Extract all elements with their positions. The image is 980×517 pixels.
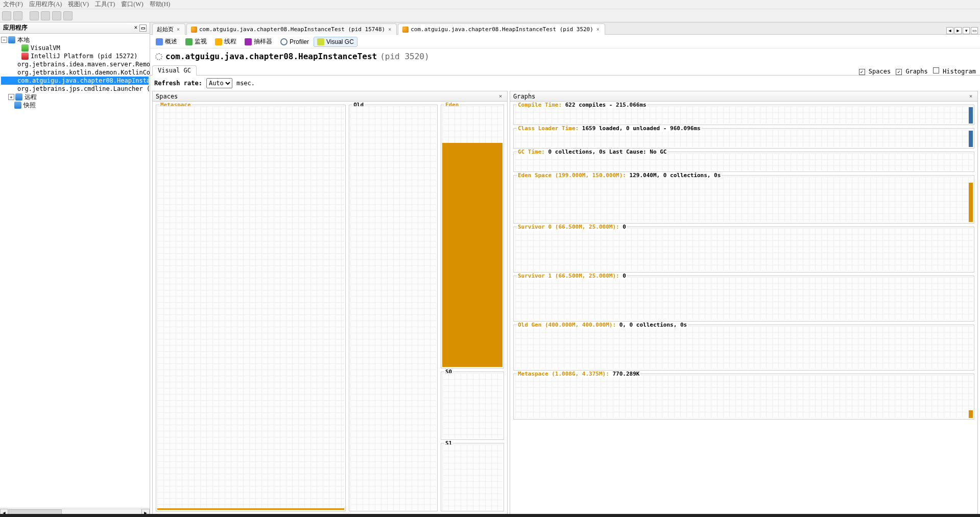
graphs-panel: Graphs × Compile Time: 622 compiles - 21…: [510, 91, 978, 515]
tree-item[interactable]: IntelliJ Platform (pid 15272): [1, 52, 149, 60]
tree-node-remote[interactable]: + 远程: [1, 93, 149, 101]
tree-label: 本地: [17, 36, 30, 44]
refresh-select[interactable]: Auto: [206, 78, 232, 88]
tree-item-label: IntelliJ Platform (pid 15272): [31, 53, 138, 60]
tab-content: 概述监视线程抽样器ProfilerVisual GC com.atguigu.j…: [150, 35, 980, 517]
spaces-header: Spaces: [156, 93, 178, 100]
tree-item[interactable]: VisualVM: [1, 44, 149, 52]
menu-window[interactable]: 窗口(W): [121, 0, 143, 9]
process-name: com.atguigu.java.chapter08.HeapInstanceT…: [165, 52, 377, 61]
view-btn-label: Visual GC: [326, 38, 354, 45]
main-toolbar: [0, 9, 980, 22]
panel-minimize-icon[interactable]: ▭: [139, 24, 147, 32]
collapse-icon[interactable]: −: [1, 37, 7, 43]
view-profiler-button[interactable]: Profiler: [277, 37, 313, 47]
process-pid: (pid 3520): [380, 52, 429, 61]
tree-label: 远程: [25, 93, 37, 102]
menu-app[interactable]: 应用程序(A): [29, 0, 62, 9]
toolbar-btn-4[interactable]: [41, 11, 50, 20]
tree-item[interactable]: org.jetbrains.idea.maven.server.RemoteMa…: [1, 60, 149, 68]
tab-dropdown-icon[interactable]: ▾: [963, 27, 970, 34]
tree-node-local[interactable]: − 本地: [1, 36, 149, 44]
tree-node-snapshot[interactable]: 快照: [1, 101, 149, 109]
menu-file[interactable]: 文件(F): [3, 0, 23, 9]
applications-panel: 应用程序 × ▭ − 本地 VisualVMIntelliJ Platform …: [0, 22, 150, 517]
computer-icon: [8, 36, 15, 43]
toolbar-btn-5[interactable]: [52, 11, 61, 20]
os-taskbar: [0, 514, 980, 517]
subtab-visualgc[interactable]: Visual GC: [152, 65, 197, 76]
graph-gc: GC Time: 0 collections, 0s Last Cause: N…: [513, 152, 974, 172]
view-visual gc-button[interactable]: Visual GC: [314, 37, 357, 47]
applications-close-icon[interactable]: ×: [132, 24, 139, 32]
toolbar-btn-3[interactable]: [30, 11, 39, 20]
tree-item-label: org.jetbrains.idea.maven.server.RemoteMa…: [17, 61, 150, 68]
menu-tool[interactable]: 工具(T): [95, 0, 115, 9]
graph-s1: Survivor 1 (66.500M, 25.000M): 0: [513, 276, 974, 322]
view-线程-button[interactable]: 线程: [211, 36, 240, 47]
refresh-label: Refresh rate:: [154, 80, 202, 87]
applications-title: 应用程序: [3, 23, 28, 32]
java-icon: [191, 27, 197, 33]
editor-tab[interactable]: com.atguigu.java.chapter08.HeapInstanceT…: [398, 23, 605, 35]
tree-label: 快照: [23, 101, 36, 110]
graph-compile: Compile Time: 622 compiles - 215.066ms: [513, 105, 974, 125]
refresh-unit: msec.: [236, 80, 255, 87]
tab-label: 起始页: [157, 26, 174, 33]
toolbar-btn-2[interactable]: [13, 11, 22, 20]
ic-thr-icon: [215, 38, 222, 45]
view-btn-label: 监视: [195, 37, 207, 46]
menu-view[interactable]: 视图(V): [68, 0, 89, 9]
tree-item[interactable]: org.jetbrains.kotlin.daemon.KotlinCompil…: [1, 68, 149, 77]
tab-close-icon[interactable]: ×: [595, 27, 601, 32]
editor-tab[interactable]: 起始页×: [152, 23, 185, 35]
view-概述-button[interactable]: 概述: [152, 36, 181, 47]
java-icon: [402, 27, 409, 33]
tab-prev-icon[interactable]: ◄: [946, 27, 953, 34]
toolbar-btn-1[interactable]: [2, 11, 11, 20]
tree-item-label: com.atguigu.java.chapter08.HeapInstanceT…: [17, 77, 150, 84]
view-btn-label: Profiler: [290, 38, 309, 45]
s0-chart: [442, 373, 503, 438]
ic-prof-icon: [280, 38, 288, 45]
eden-chart: [442, 106, 503, 367]
spaces-close-icon[interactable]: ×: [497, 93, 504, 100]
graph-eden: Eden Space (199.000M, 150.000M): 129.040…: [513, 175, 974, 224]
applications-tree[interactable]: − 本地 VisualVMIntelliJ Platform (pid 1527…: [0, 34, 150, 508]
graphs-header: Graphs: [513, 93, 535, 100]
tab-maximize-icon[interactable]: ▭: [971, 27, 978, 34]
menubar: 文件(F) 应用程序(A) 视图(V) 工具(T) 窗口(W) 帮助(H): [0, 0, 980, 9]
ic-over-icon: [156, 38, 163, 45]
graph-meta: Metaspace (1.008G, 4.375M): 770.289K: [513, 374, 974, 420]
computer-icon: [15, 93, 22, 101]
process-title: com.atguigu.java.chapter08.HeapInstanceT…: [150, 48, 980, 64]
loading-icon: [155, 53, 162, 60]
tree-item-label: org.jetbrains.kotlin.daemon.KotlinCompil…: [17, 69, 150, 76]
metaspace-chart: [157, 106, 344, 510]
tab-close-icon[interactable]: ×: [176, 27, 181, 32]
tree-item-label: VisualVM: [31, 44, 60, 52]
view-监视-button[interactable]: 监视: [182, 36, 210, 47]
s1-chart: [442, 445, 503, 510]
check-spaces[interactable]: ✓ Spaces: [859, 68, 891, 75]
editor-tabs: 起始页×com.atguigu.java.chapter08.HeapInsta…: [150, 22, 980, 35]
spaces-panel: Spaces × Metaspace: [152, 91, 508, 515]
tree-item[interactable]: org.jetbrains.jps.cmdline.Launcher (pid …: [1, 85, 149, 93]
tab-label: com.atguigu.java.chapter08.HeapInstanceT…: [199, 26, 385, 33]
tab-next-icon[interactable]: ►: [954, 27, 962, 34]
graphs-close-icon[interactable]: ×: [967, 93, 974, 100]
check-histogram[interactable]: Histogram: [933, 67, 976, 75]
tree-item[interactable]: com.atguigu.java.chapter08.HeapInstanceT…: [1, 77, 149, 85]
menu-help[interactable]: 帮助(H): [150, 0, 171, 9]
expand-icon[interactable]: +: [8, 94, 14, 100]
refresh-row: Refresh rate: Auto msec.: [150, 76, 980, 91]
tab-close-icon[interactable]: ×: [387, 27, 392, 32]
check-graphs[interactable]: ✓ Graphs: [896, 68, 928, 75]
view-抽样器-button[interactable]: 抽样器: [241, 36, 276, 47]
editor-area: 起始页×com.atguigu.java.chapter08.HeapInsta…: [150, 22, 980, 517]
snapshot-icon: [14, 102, 21, 109]
old-chart: [350, 106, 436, 510]
graph-old: Old Gen (400.000M, 400.000M): 0, 0 colle…: [513, 325, 974, 371]
toolbar-btn-6[interactable]: [63, 11, 73, 20]
editor-tab[interactable]: com.atguigu.java.chapter08.HeapInstanceT…: [186, 23, 397, 35]
